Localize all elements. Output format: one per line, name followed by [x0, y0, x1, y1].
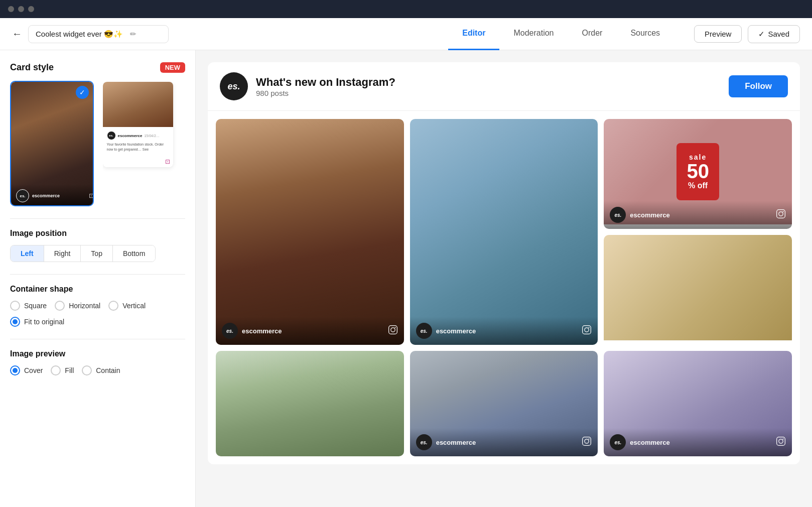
preview-radio-group: Cover Fill Contain	[10, 365, 185, 375]
card-style-title: Card style	[10, 62, 54, 73]
card-style-option-2[interactable]: es. escommerce 15/04/2… Your favorite fo…	[102, 81, 186, 206]
preview-button[interactable]: Preview	[694, 25, 742, 43]
card-2-text: Your favorite foundation stock. Order no…	[107, 142, 169, 152]
shape-fit[interactable]: Fit to original	[10, 317, 64, 327]
image-preview-title: Image preview	[10, 349, 185, 358]
title-text: Coolest widget ever 😎✨	[36, 30, 123, 39]
photo-card-sale[interactable]: sale 50 % off es. escommerce	[604, 119, 792, 229]
tab-sources[interactable]: Sources	[616, 18, 674, 50]
preview-contain[interactable]: Contain	[82, 365, 120, 375]
pos-tab-bottom[interactable]: Bottom	[113, 245, 155, 262]
widget-title: What's new on Instagram?	[256, 76, 721, 89]
content-area: es. What's new on Instagram? 980 posts F…	[196, 50, 812, 507]
svg-rect-6	[583, 325, 591, 334]
preview-cover-radio[interactable]	[10, 365, 20, 375]
photo-card-girls[interactable]: es. escommerce	[604, 351, 792, 456]
container-shape-section: Container shape Square Horizontal Vertic…	[10, 285, 185, 327]
window-dot-1	[8, 6, 14, 12]
svg-point-1	[390, 327, 394, 331]
shape-horizontal-label: Horizontal	[69, 302, 100, 310]
photo-fashion-1-bg	[410, 119, 598, 345]
svg-point-11	[589, 438, 590, 439]
card-2-date: 15/04/2…	[144, 134, 159, 138]
preview-fill[interactable]: Fill	[51, 365, 74, 375]
divider-1	[10, 218, 185, 219]
svg-rect-3	[777, 209, 785, 218]
divider-2	[10, 274, 185, 275]
photo-card-portrait-large[interactable]: es. escommerce	[216, 119, 404, 345]
pos-tab-top[interactable]: Top	[81, 245, 113, 262]
preview-cover[interactable]: Cover	[10, 365, 43, 375]
shape-horizontal-radio[interactable]	[55, 301, 65, 311]
saved-button[interactable]: ✓ Saved	[748, 25, 800, 43]
tab-editor[interactable]: Editor	[448, 18, 499, 50]
preview-fill-radio[interactable]	[51, 365, 61, 375]
photo-card-store[interactable]	[216, 351, 404, 456]
card-1-avatar: es.	[16, 189, 29, 202]
photo-fashion-2-ig-icon	[582, 436, 592, 449]
svg-point-7	[585, 327, 589, 331]
preview-contain-radio[interactable]	[82, 365, 92, 375]
photo-card-fashion-1[interactable]: es. escommerce	[410, 119, 598, 345]
photo-shoes-bg	[604, 235, 792, 340]
follow-button[interactable]: Follow	[729, 75, 788, 97]
photo-girls-ig-icon	[776, 436, 786, 449]
widget-subtitle: 980 posts	[256, 89, 721, 97]
svg-point-2	[394, 327, 395, 328]
photo-girls-avatar: es.	[610, 434, 626, 450]
pos-tab-right[interactable]: Right	[44, 245, 81, 262]
card-2-portrait-bg	[103, 82, 173, 127]
sale-card: sale 50 % off	[676, 143, 719, 200]
tab-moderation[interactable]: Moderation	[499, 18, 568, 50]
shape-horizontal[interactable]: Horizontal	[55, 301, 100, 311]
shape-vertical-radio[interactable]	[108, 301, 118, 311]
image-position-section: Image position Left Right Top Bottom	[10, 229, 185, 262]
photo-portrait-bg	[216, 119, 404, 345]
card-style-option-1[interactable]: es. escommerce ⊡ ✓	[10, 81, 94, 206]
shape-fit-radio[interactable]	[10, 317, 20, 327]
preview-fill-label: Fill	[65, 366, 74, 374]
photo-1-ig-icon	[388, 325, 398, 337]
sale-off: % off	[687, 181, 709, 190]
photo-store-bg	[216, 351, 404, 456]
back-button[interactable]: ←	[12, 28, 22, 40]
photo-1-avatar: es.	[222, 323, 238, 339]
edit-icon[interactable]: ✏	[130, 30, 137, 39]
photo-fashion-2-avatar: es.	[416, 434, 432, 450]
card-2-header: es. escommerce 15/04/2…	[107, 131, 169, 140]
tab-order[interactable]: Order	[568, 18, 616, 50]
photo-girls-overlay: es. escommerce	[604, 428, 792, 456]
photo-girls-name: escommerce	[630, 439, 670, 446]
card-mock-2: es. escommerce 15/04/2… Your favorite fo…	[103, 82, 173, 167]
svg-rect-12	[777, 437, 785, 445]
card-2-avatar: es.	[107, 131, 116, 140]
card-2-footer: ⊡	[103, 156, 173, 167]
card-2-ig-icon: ⊡	[165, 158, 170, 165]
photo-card-shoes[interactable]	[604, 235, 792, 345]
photo-1-name: escommerce	[242, 327, 282, 335]
widget-logo: es.	[220, 72, 248, 100]
photo-fashion-1-ig-icon	[582, 325, 592, 337]
saved-check-icon: ✓	[758, 30, 765, 39]
window-dot-3	[28, 6, 34, 12]
svg-point-10	[585, 439, 589, 443]
photo-card-fashion-2[interactable]: es. escommerce	[410, 351, 598, 456]
sale-percent: 50	[687, 161, 709, 181]
divider-3	[10, 339, 185, 339]
window-dot-2	[18, 6, 24, 12]
card-1-ig-icon: ⊡	[89, 192, 94, 199]
pos-tab-left[interactable]: Left	[11, 245, 44, 262]
shape-square[interactable]: Square	[10, 301, 47, 311]
widget-title-input[interactable]: Coolest widget ever 😎✨ ✏	[28, 25, 169, 43]
shape-vertical[interactable]: Vertical	[108, 301, 146, 311]
photo-fashion-2-name: escommerce	[436, 439, 476, 446]
photo-sale-name: escommerce	[630, 211, 670, 219]
shape-square-radio[interactable]	[10, 301, 20, 311]
svg-point-4	[779, 211, 783, 215]
photo-1-overlay: es. escommerce	[216, 317, 404, 345]
photo-fashion-2-overlay: es. escommerce	[410, 428, 598, 456]
shape-radio-group: Square Horizontal Vertical Fit to origin…	[10, 301, 185, 327]
saved-label: Saved	[768, 30, 789, 38]
position-tabs: Left Right Top Bottom	[10, 245, 156, 262]
photo-sale-avatar: es.	[610, 207, 626, 223]
